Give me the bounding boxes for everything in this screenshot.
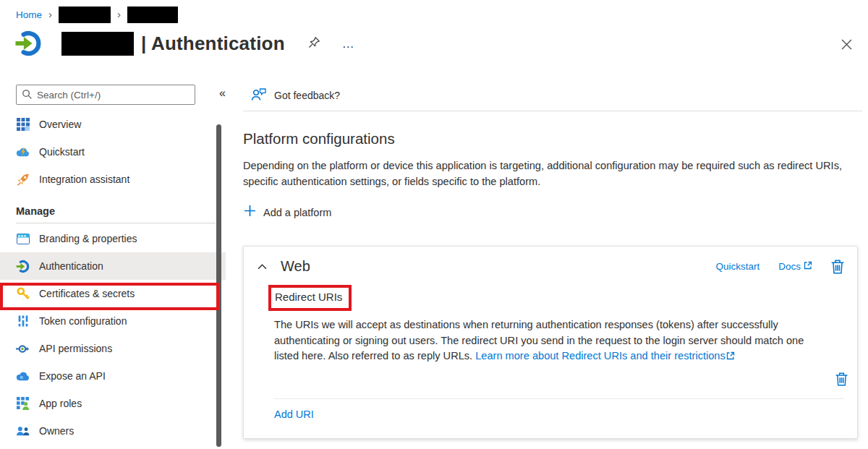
redacted-app-name [61, 32, 134, 56]
collapse-sidebar-icon[interactable]: « [219, 87, 226, 100]
plus-icon [244, 205, 255, 219]
breadcrumb-separator: › [48, 9, 52, 20]
sidebar: « Overview [0, 81, 226, 449]
web-card-header: Web Quickstart Docs [244, 247, 857, 275]
key-icon [16, 287, 30, 301]
breadcrumb: Home › › [16, 7, 178, 23]
toolbar-divider [243, 111, 862, 111]
sidebar-item-label: Authentication [39, 260, 103, 272]
platform-configurations-heading: Platform configurations [243, 130, 862, 147]
sidebar-item-label: API permissions [39, 343, 112, 354]
add-uri-link[interactable]: Add URI [274, 409, 314, 420]
token-bars-icon [16, 315, 30, 328]
sidebar-item-integration-assistant[interactable]: Integration assistant [0, 166, 226, 193]
breadcrumb-separator: › [117, 9, 121, 20]
app-roles-icon [16, 397, 30, 411]
sidebar-scrollbar[interactable] [216, 124, 221, 447]
chevron-up-icon[interactable] [256, 260, 268, 273]
external-link-icon [804, 261, 812, 272]
page-header: | Authentication … [14, 30, 358, 57]
sidebar-search-row: « [16, 85, 214, 105]
redirect-uri-row [244, 365, 857, 398]
redirect-uris-description: The URIs we will accept as destinations … [274, 317, 806, 365]
sidebar-divider [16, 223, 216, 223]
got-feedback-button[interactable]: Got feedback? [251, 87, 359, 104]
close-icon[interactable] [840, 38, 854, 54]
search-input[interactable] [16, 85, 195, 105]
sidebar-section-manage: Manage [0, 202, 226, 221]
main-content: Got feedback? Platform configurations De… [243, 81, 862, 449]
sidebar-item-token-configuration[interactable]: Token configuration [0, 307, 226, 335]
delete-uri-icon[interactable] [835, 372, 848, 386]
more-options-icon[interactable]: … [339, 36, 358, 51]
api-icon [16, 342, 30, 356]
feedback-icon [251, 88, 266, 103]
got-feedback-label: Got feedback? [274, 90, 340, 101]
sidebar-item-label: Expose an API [39, 370, 106, 382]
redacted-breadcrumb-item[interactable] [127, 7, 178, 23]
sidebar-item-label: App roles [39, 398, 82, 409]
pin-icon[interactable] [307, 35, 322, 52]
redirect-uris-section: Redirect URIs [268, 285, 857, 311]
sidebar-item-label: Integration assistant [39, 174, 129, 185]
sidebar-item-quickstart[interactable]: Quickstart [0, 138, 226, 166]
sidebar-item-label: Quickstart [39, 146, 85, 158]
external-link-icon [726, 349, 735, 365]
redacted-breadcrumb-item[interactable] [59, 7, 111, 23]
cloud-icon [16, 369, 30, 383]
page-title: | Authentication [141, 33, 285, 55]
azure-portal-authentication-page: { "colors": { "accent_blue": "#0078d4", … [0, 0, 868, 449]
people-icon [16, 424, 30, 438]
auth-icon [16, 260, 30, 273]
cloud-bolt-icon [16, 145, 30, 159]
browser-icon [16, 232, 30, 246]
web-card-title: Web [281, 258, 310, 275]
learn-more-link[interactable]: Learn more about Redirect URIs and their… [475, 350, 726, 362]
sidebar-item-label: Certificates & secrets [39, 288, 135, 299]
web-platform-card: Web Quickstart Docs [243, 246, 858, 439]
grid-icon [16, 118, 30, 132]
delete-platform-icon[interactable] [831, 260, 844, 274]
app-registration-icon [14, 30, 42, 57]
sidebar-item-label: Branding & properties [39, 233, 137, 244]
sidebar-item-label: Owners [39, 425, 74, 437]
sidebar-item-app-roles[interactable]: App roles [0, 390, 226, 417]
uri-list-divider [274, 398, 844, 399]
sidebar-nav: Overview Quickstart Integra [0, 111, 226, 445]
docs-link[interactable]: Docs [778, 261, 812, 272]
sidebar-item-overview[interactable]: Overview [0, 111, 226, 138]
sidebar-item-certificates-secrets[interactable]: Certificates & secrets [0, 280, 226, 307]
quickstart-link[interactable]: Quickstart [715, 261, 760, 272]
platform-configurations-description: Depending on the platform or device this… [243, 158, 842, 189]
sidebar-item-branding-properties[interactable]: Branding & properties [0, 225, 226, 252]
annotation-box-redirect-uris: Redirect URIs [268, 285, 352, 311]
sidebar-item-expose-an-api[interactable]: Expose an API [0, 362, 226, 390]
add-platform-button[interactable]: Add a platform [244, 205, 360, 219]
redirect-uris-label: Redirect URIs [275, 291, 342, 303]
search-icon [22, 89, 33, 100]
sidebar-item-label: Overview [39, 119, 81, 130]
rocket-icon [16, 173, 30, 187]
add-platform-label: Add a platform [263, 207, 331, 218]
sidebar-item-owners[interactable]: Owners [0, 417, 226, 445]
sidebar-item-label: Token configuration [39, 315, 127, 327]
docs-link-label: Docs [778, 261, 801, 272]
sidebar-item-authentication[interactable]: Authentication [0, 252, 226, 280]
breadcrumb-home-link[interactable]: Home [16, 9, 42, 20]
sidebar-item-api-permissions[interactable]: API permissions [0, 335, 226, 362]
